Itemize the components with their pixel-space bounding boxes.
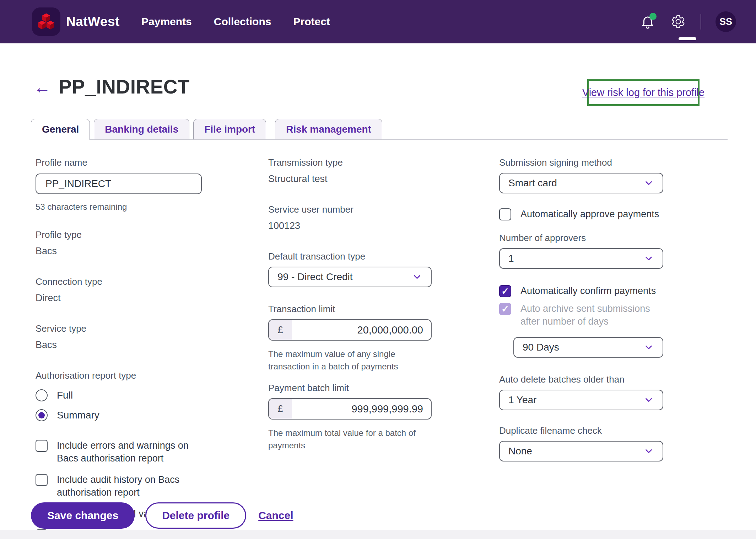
number-of-approvers-select[interactable]: 1 xyxy=(499,248,663,269)
profile-type-value: Bacs xyxy=(36,245,202,257)
profile-name-input[interactable]: PP_INDIRECT xyxy=(36,174,202,194)
radio-full-label: Full xyxy=(57,390,73,401)
chevron-down-icon xyxy=(643,446,654,457)
authorisation-report-type-label: Authorisation report type xyxy=(36,369,202,381)
transmission-type-value: Structural test xyxy=(268,173,432,185)
top-nav-bar: NatWest Payments Collections Protect SS xyxy=(0,0,756,43)
profile-type-label: Profile type xyxy=(36,229,202,241)
checkbox-include-audit-label: Include audit history on Bacs authorisat… xyxy=(57,473,202,499)
checkbox-auto-confirm-control[interactable] xyxy=(499,285,511,297)
submission-signing-method-label: Submission signing method xyxy=(499,156,663,169)
chevron-down-icon xyxy=(643,395,654,405)
checkbox-auto-approve-label: Automatically approve payments xyxy=(520,208,659,220)
submission-signing-method-select[interactable]: Smart card xyxy=(499,173,663,193)
chevron-down-icon xyxy=(412,272,422,282)
nav-item-payments[interactable]: Payments xyxy=(141,16,192,28)
service-type-value: Bacs xyxy=(36,339,202,351)
duplicate-filename-check-select[interactable]: None xyxy=(499,441,663,461)
checkbox-auto-archive-control xyxy=(499,303,511,315)
characters-remaining: 53 characters remaining xyxy=(36,201,202,213)
delete-profile-button[interactable]: Delete profile xyxy=(145,502,246,529)
tab-file-import[interactable]: File import xyxy=(193,119,266,140)
checkbox-auto-approve-control[interactable] xyxy=(499,208,511,220)
currency-prefix: £ xyxy=(269,399,292,419)
checkbox-auto-archive-label: Auto archive sent submissions after numb… xyxy=(520,302,663,328)
natwest-logo[interactable] xyxy=(32,7,60,36)
checkbox-include-errors-control[interactable] xyxy=(36,440,48,452)
profile-tabs: General Banking details File import Risk… xyxy=(31,119,386,140)
archive-period-value: 90 Days xyxy=(523,342,559,353)
checkbox-auto-archive: Auto archive sent submissions after numb… xyxy=(499,302,663,328)
settings-button[interactable] xyxy=(670,14,686,30)
checkbox-auto-confirm[interactable]: Automatically confirm payments xyxy=(499,284,663,297)
radio-full[interactable]: Full xyxy=(36,389,202,401)
page-title: PP_INDIRECT xyxy=(59,75,190,98)
column-right: Submission signing method Smart card Aut… xyxy=(499,156,663,461)
auto-delete-label: Auto delete batches older than xyxy=(499,373,663,385)
radio-summary[interactable]: Summary xyxy=(36,409,202,421)
default-transaction-type-label: Default transaction type xyxy=(268,250,432,262)
transaction-limit-helper: The maximum value of any single transact… xyxy=(268,348,432,373)
chevron-down-icon xyxy=(643,342,654,353)
checkbox-auto-confirm-label: Automatically confirm payments xyxy=(520,284,656,297)
transaction-limit-input[interactable]: £ 20,000,000.00 xyxy=(268,319,432,341)
primary-nav: Payments Collections Protect xyxy=(141,0,330,43)
currency-prefix: £ xyxy=(269,320,292,340)
service-user-number-label: Service user number xyxy=(268,203,432,215)
natwest-cubes-icon xyxy=(35,11,57,33)
default-transaction-type-select[interactable]: 99 - Direct Credit xyxy=(268,267,432,287)
archive-period-select[interactable]: 90 Days xyxy=(513,337,663,358)
nav-item-collections[interactable]: Collections xyxy=(214,16,271,28)
transaction-limit-value: 20,000,000.00 xyxy=(292,320,431,340)
payment-batch-limit-value: 999,999,999.99 xyxy=(292,399,431,419)
service-user-number-value: 100123 xyxy=(268,220,432,232)
number-of-approvers-label: Number of approvers xyxy=(499,232,663,244)
risk-log-highlight-box: View risk log for this profile xyxy=(587,79,700,106)
notifications-button[interactable] xyxy=(639,14,656,30)
tab-banking-details[interactable]: Banking details xyxy=(94,119,189,140)
duplicate-filename-check-label: Duplicate filename check xyxy=(499,425,663,437)
form-actions: Save changes Delete profile Cancel xyxy=(31,502,293,529)
nav-item-protect[interactable]: Protect xyxy=(293,16,330,28)
checkbox-include-audit-control[interactable] xyxy=(36,474,48,486)
tab-risk-management[interactable]: Risk management xyxy=(275,119,382,140)
user-avatar[interactable]: SS xyxy=(716,11,736,32)
back-button[interactable]: ← xyxy=(34,79,51,96)
tabs-bottom-rule xyxy=(31,139,728,140)
header-actions: SS xyxy=(639,0,736,43)
save-changes-button[interactable]: Save changes xyxy=(31,502,135,529)
notification-dot xyxy=(649,13,657,20)
settings-active-indicator xyxy=(679,37,696,40)
payment-batch-limit-input[interactable]: £ 999,999,999.99 xyxy=(268,398,432,420)
radio-full-control[interactable] xyxy=(36,389,48,401)
radio-summary-label: Summary xyxy=(57,410,99,421)
chevron-down-icon xyxy=(643,253,654,264)
chevron-down-icon xyxy=(643,178,654,188)
default-transaction-type-value: 99 - Direct Credit xyxy=(277,271,353,283)
transmission-type-label: Transmission type xyxy=(268,156,432,169)
radio-summary-control[interactable] xyxy=(36,409,48,421)
connection-type-value: Direct xyxy=(36,292,202,304)
brand-name: NatWest xyxy=(66,0,120,43)
number-of-approvers-value: 1 xyxy=(508,253,514,264)
footer-band xyxy=(0,530,756,539)
submission-signing-method-value: Smart card xyxy=(508,177,557,189)
payment-batch-limit-helper: The maximum total value for a batch of p… xyxy=(268,427,432,452)
checkbox-include-errors[interactable]: Include errors and warnings on Bacs auth… xyxy=(36,439,202,465)
profile-name-value: PP_INDIRECT xyxy=(45,178,111,190)
transaction-limit-label: Transaction limit xyxy=(268,303,432,315)
column-left: Profile name PP_INDIRECT 53 characters r… xyxy=(36,156,202,539)
duplicate-filename-check-value: None xyxy=(508,445,532,457)
auto-delete-value: 1 Year xyxy=(508,394,536,406)
payment-batch-limit-label: Payment batch limit xyxy=(268,382,432,394)
profile-name-label: Profile name xyxy=(36,156,202,169)
tab-general[interactable]: General xyxy=(31,119,90,140)
column-middle: Transmission type Structural test Servic… xyxy=(268,156,432,452)
auto-delete-select[interactable]: 1 Year xyxy=(499,390,663,410)
cancel-link[interactable]: Cancel xyxy=(258,509,293,522)
checkbox-include-audit[interactable]: Include audit history on Bacs authorisat… xyxy=(36,473,202,499)
checkbox-auto-approve[interactable]: Automatically approve payments xyxy=(499,208,663,220)
connection-type-label: Connection type xyxy=(36,276,202,288)
header-divider xyxy=(701,14,701,30)
view-risk-log-link[interactable]: View risk log for this profile xyxy=(582,87,704,98)
